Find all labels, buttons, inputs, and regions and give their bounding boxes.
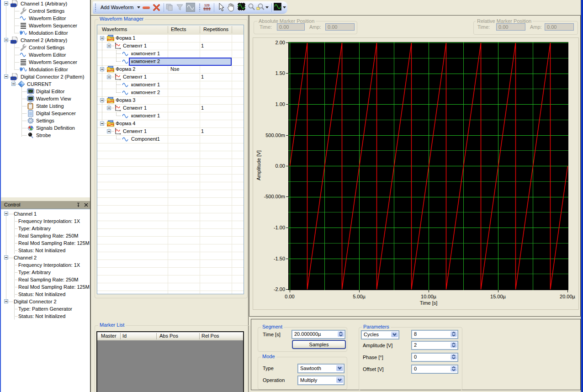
svg-text:123: 123 xyxy=(204,4,210,7)
